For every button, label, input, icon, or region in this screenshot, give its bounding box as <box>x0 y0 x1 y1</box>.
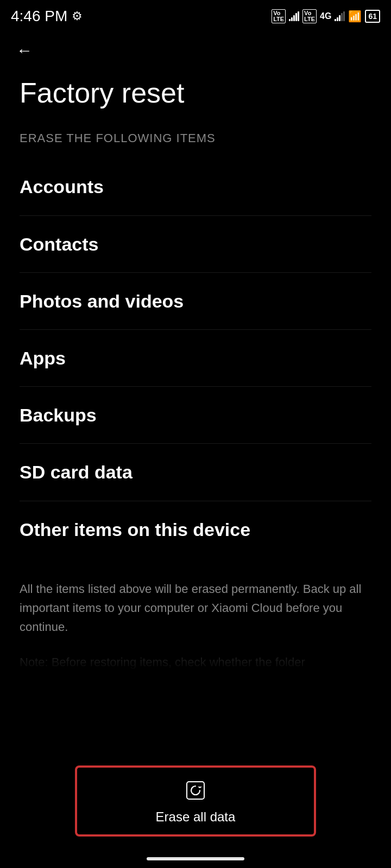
status-time-area: 4:46 PM ⚙ <box>11 8 83 25</box>
erase-item-photos: Photos and videos <box>0 273 391 329</box>
wifi-icon: 📶 <box>348 10 362 23</box>
page-title: Factory reset <box>0 65 391 126</box>
status-bar: 4:46 PM ⚙ VoLTE VoLTE 4G 📶 61 <box>0 0 391 30</box>
erase-svg-icon <box>186 781 205 800</box>
back-navigation[interactable]: ← <box>0 30 391 65</box>
truncated-note: Note: Before restoring items, check whet… <box>0 647 391 672</box>
section-header: ERASE THE FOLLOWING ITEMS <box>0 126 391 158</box>
back-arrow-icon[interactable]: ← <box>16 41 33 59</box>
status-right-icons: VoLTE VoLTE 4G 📶 61 <box>272 9 380 23</box>
erase-item-accounts: Accounts <box>0 158 391 215</box>
erase-item-other: Other items on this device <box>0 501 391 558</box>
erase-button-icon <box>186 781 205 804</box>
battery-indicator: 61 <box>365 10 380 23</box>
erase-all-button-container[interactable]: Erase all data <box>76 767 315 835</box>
svg-rect-0 <box>187 782 204 799</box>
erase-all-data-button[interactable]: Erase all data <box>76 767 315 835</box>
bottom-note: All the items listed above will be erase… <box>0 558 391 648</box>
erase-items-list: Accounts Contacts Photos and videos Apps… <box>0 158 391 557</box>
signal-bars-2 <box>335 11 345 21</box>
erase-item-apps: Apps <box>0 330 391 386</box>
battery-level: 61 <box>368 12 377 21</box>
home-indicator <box>147 857 244 860</box>
volte-badge-1: VoLTE <box>272 9 286 23</box>
signal-bars-1 <box>289 11 299 21</box>
erase-item-contacts: Contacts <box>0 216 391 272</box>
svg-marker-1 <box>198 787 202 788</box>
4g-label: 4G <box>320 11 331 21</box>
time-display: 4:46 PM <box>11 8 67 25</box>
erase-item-sdcard: SD card data <box>0 444 391 500</box>
battery-container: 61 <box>365 10 380 23</box>
gear-icon: ⚙ <box>72 9 83 23</box>
volte-badge-2: VoLTE <box>302 9 317 23</box>
erase-button-label: Erase all data <box>156 809 236 825</box>
erase-item-backups: Backups <box>0 387 391 443</box>
